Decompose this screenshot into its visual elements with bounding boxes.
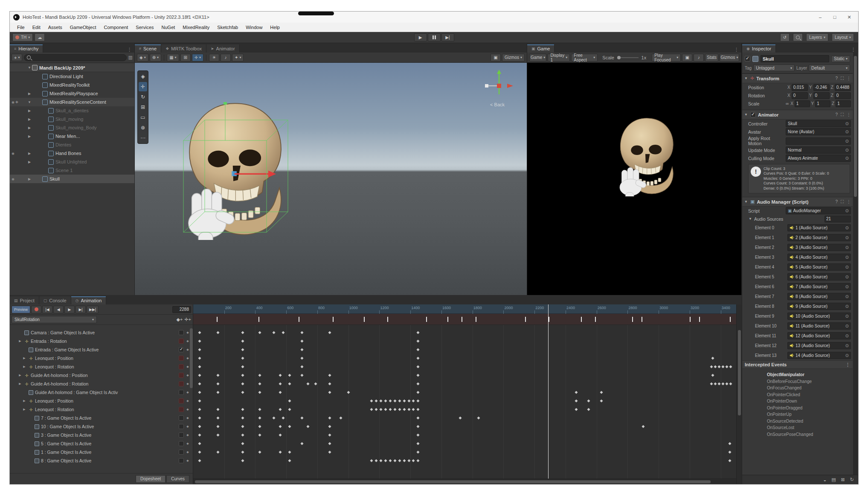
animation-event-marker[interactable] bbox=[462, 317, 462, 322]
scale-tool-button[interactable]: ⊞ bbox=[139, 102, 147, 112]
transform-header[interactable]: ▼ ✛ Transform ? ⛶ ⋮ bbox=[742, 74, 853, 83]
property-value-toggle[interactable] bbox=[179, 398, 184, 403]
keyframe[interactable] bbox=[198, 416, 201, 419]
keyframe[interactable] bbox=[300, 442, 303, 445]
keyframe[interactable] bbox=[198, 391, 201, 394]
minimize-button[interactable]: – bbox=[814, 13, 827, 21]
keyframe-diamond-icon[interactable]: ◆ bbox=[185, 425, 190, 428]
tab-hierarchy[interactable]: ≡ Hierarchy bbox=[10, 44, 43, 53]
keyframe[interactable] bbox=[217, 331, 220, 334]
animation-event-marker[interactable] bbox=[476, 317, 476, 322]
uniform-scale-icon[interactable]: ∞ bbox=[786, 101, 789, 106]
keyframe[interactable] bbox=[417, 408, 420, 411]
list-scrollbar[interactable] bbox=[190, 328, 193, 388]
last-key-button[interactable]: ▶▶| bbox=[87, 306, 99, 313]
keyframe[interactable] bbox=[258, 425, 261, 428]
hierarchy-row[interactable]: Directional Light bbox=[10, 72, 134, 81]
y-field[interactable]: 1 bbox=[815, 100, 830, 107]
property-value-toggle[interactable] bbox=[179, 373, 184, 378]
keyframe[interactable] bbox=[380, 408, 383, 411]
keyframe[interactable] bbox=[328, 391, 331, 394]
object-picker-icon[interactable]: ⊙ bbox=[845, 148, 849, 152]
audio-source-field[interactable]: 7 (Audio Source) ⊙ bbox=[787, 283, 851, 290]
event-item[interactable]: OnSourceDetected bbox=[767, 418, 853, 425]
keyframe[interactable] bbox=[328, 416, 331, 419]
foldout-icon[interactable]: ▶ bbox=[27, 109, 32, 113]
keyframe[interactable] bbox=[347, 391, 350, 394]
add-event-button[interactable]: ✛+ bbox=[184, 317, 191, 322]
keyframe[interactable] bbox=[241, 382, 244, 385]
animation-event-marker[interactable] bbox=[447, 317, 448, 322]
play-focused-dropdown[interactable]: Play Focused▾ bbox=[652, 54, 681, 61]
keyframe[interactable] bbox=[241, 391, 244, 394]
keyframe[interactable] bbox=[459, 416, 462, 419]
keyframe[interactable] bbox=[279, 391, 282, 394]
keyframe[interactable] bbox=[370, 399, 373, 402]
keyframe[interactable] bbox=[575, 399, 578, 402]
menu-item[interactable]: Assets bbox=[44, 25, 66, 30]
keyframe[interactable] bbox=[258, 416, 261, 419]
gizmos-dropdown[interactable]: Gizmos▾ bbox=[502, 54, 525, 61]
add-keyframe-button[interactable]: ◆+ bbox=[176, 317, 183, 322]
keyframe[interactable] bbox=[600, 391, 603, 394]
keyframe[interactable] bbox=[279, 425, 282, 428]
menu-icon[interactable]: ⋮ bbox=[847, 199, 851, 204]
animation-event-marker[interactable] bbox=[426, 317, 427, 322]
keyframe[interactable] bbox=[300, 339, 303, 342]
timeline-ruler[interactable]: 2004006008001000120014001600180020002200… bbox=[193, 304, 736, 314]
property-row[interactable]: 10 : Game Object Is Active ◆ bbox=[10, 422, 193, 431]
keyframe[interactable] bbox=[417, 416, 420, 419]
property-row[interactable]: 5 : Game Object Is Active ◆ bbox=[10, 439, 193, 448]
keyframe[interactable] bbox=[282, 331, 284, 334]
keyframe[interactable] bbox=[279, 374, 282, 377]
foldout-icon[interactable]: ▶ bbox=[22, 399, 27, 403]
keyframe[interactable] bbox=[587, 399, 590, 402]
foldout-icon[interactable]: ▶ bbox=[27, 160, 32, 164]
keyframe[interactable] bbox=[370, 459, 373, 462]
keyframe[interactable] bbox=[407, 399, 410, 402]
tab-game[interactable]: ▣ Game bbox=[527, 44, 554, 53]
keyframe[interactable] bbox=[198, 339, 201, 342]
property-value-toggle[interactable] bbox=[179, 458, 184, 463]
hierarchy-row[interactable]: ◉ ✚ ▼ MixedRealitySceneContent bbox=[10, 98, 134, 106]
keyframe[interactable] bbox=[241, 450, 244, 453]
keyframe[interactable] bbox=[384, 459, 387, 462]
undo-history-button[interactable]: ↺ bbox=[780, 33, 790, 41]
next-key-button[interactable]: ▶| bbox=[75, 306, 86, 313]
animation-event-marker[interactable] bbox=[333, 317, 334, 322]
scene-viewport[interactable]: ◈ ✛ ↻ ⊞ ▭ ⊕ ⋯ bbox=[135, 63, 527, 295]
keyframe[interactable] bbox=[217, 408, 220, 411]
keyframe[interactable] bbox=[198, 450, 201, 453]
capture-button[interactable]: ▣ bbox=[682, 54, 692, 61]
audio-toggle[interactable]: ♪ bbox=[221, 54, 231, 61]
keyframe[interactable] bbox=[328, 382, 331, 385]
keyframe[interactable] bbox=[417, 459, 420, 462]
script-field[interactable]: ▣ AudioManager ⊙ bbox=[786, 207, 851, 214]
keyframe[interactable] bbox=[328, 442, 331, 445]
scene-view-tab[interactable]: ➤ Animator bbox=[206, 44, 240, 53]
audio-source-field[interactable]: 9 (Audio Source) ⊙ bbox=[787, 303, 851, 310]
timeline[interactable]: 2004006008001000120014001600180020002200… bbox=[193, 304, 742, 484]
keyframe[interactable] bbox=[279, 433, 282, 436]
animation-event-marker[interactable] bbox=[258, 317, 259, 322]
keyframe[interactable] bbox=[477, 416, 480, 419]
keyframe[interactable] bbox=[198, 433, 201, 436]
dopesheet-button[interactable]: Dopesheet bbox=[136, 475, 165, 483]
layers-dropdown[interactable]: Layers ▾ bbox=[806, 33, 828, 41]
keyframe[interactable] bbox=[393, 408, 396, 411]
hierarchy-row[interactable]: ◉ ▶ Skull bbox=[10, 175, 134, 183]
keyframe[interactable] bbox=[328, 374, 331, 377]
keyframe[interactable] bbox=[412, 459, 415, 462]
cloud-button[interactable]: ☁ bbox=[35, 33, 45, 41]
keyframe[interactable] bbox=[380, 459, 383, 462]
game-gizmos-dropdown[interactable]: Gizmos▾ bbox=[720, 54, 739, 61]
keyframe[interactable] bbox=[710, 365, 713, 368]
move-tool-active[interactable]: ✛▾ bbox=[192, 54, 203, 61]
keyframe[interactable] bbox=[380, 399, 383, 402]
display-dropdown[interactable]: Display 1▾ bbox=[548, 54, 570, 61]
keyframe[interactable] bbox=[389, 408, 392, 411]
keyframe[interactable] bbox=[711, 357, 714, 359]
curves-button[interactable]: Curves bbox=[166, 475, 189, 483]
object-picker-icon[interactable]: ⊙ bbox=[845, 294, 849, 299]
menu-icon[interactable]: ⋮ bbox=[845, 362, 850, 368]
